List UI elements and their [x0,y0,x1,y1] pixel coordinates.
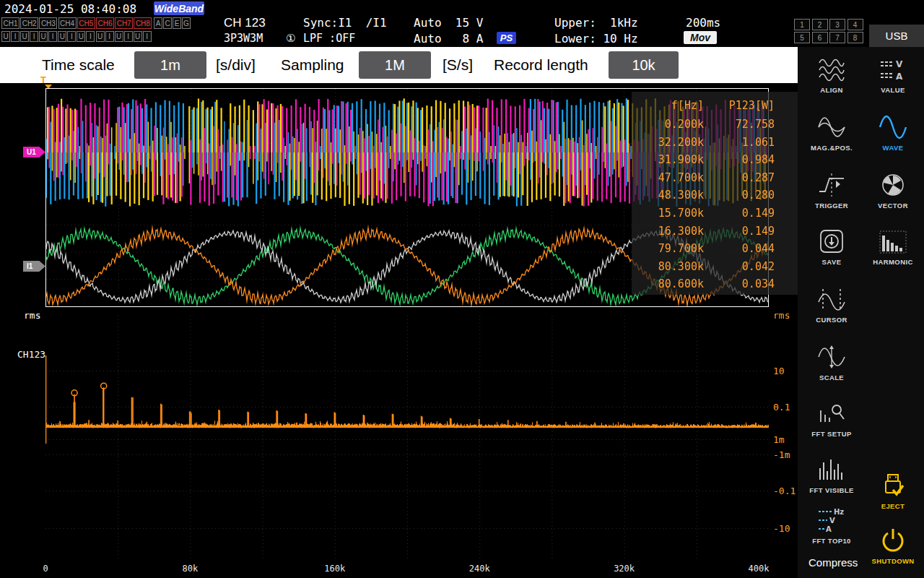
sidebar-item-fft-top10[interactable]: HzVAFFT TOP10 [798,506,865,545]
ui-box[interactable]: I [67,31,76,42]
top10-row-power: 0.042 [706,260,775,273]
ui-box[interactable]: U [39,31,48,42]
circled-one-icon: ① [286,32,295,45]
eject-icon [862,471,924,500]
sidebar-item-fft-visible[interactable]: FFT VISIBLE [798,455,865,494]
sidebar-item-label: MAG.&POS. [798,144,865,152]
y-axis-label: -0.1 [773,486,796,496]
sidebar-item-shutdown[interactable]: SHUTDOWN [862,526,924,565]
time-scale-unit: [s/div] [216,47,256,83]
sidebar-item-save[interactable]: SAVE [798,227,865,266]
top10-row-power: 0.044 [706,242,775,255]
sidebar-item-cursor[interactable]: CURSOR [798,285,865,324]
page-number-box-6[interactable]: 6 [812,32,828,43]
sidebar-item-label: SAVE [798,258,865,266]
page-number-box-8[interactable]: 8 [847,32,863,43]
sidebar-item-scale[interactable]: SCALE [798,342,865,381]
sampling-value-button[interactable]: 1M [359,51,431,79]
instrument-screen: 2024-01-25 08:40:08 WideBand CH1CH2CH3CH… [0,0,924,578]
sidebar-item-align[interactable]: ALIGN [798,55,865,94]
sidebar-item-label: FFT VISIBLE [798,486,865,494]
input-unit-box-a[interactable]: A [154,17,162,29]
compress-label: Compress [808,556,858,569]
sidebar-item-mag-pos-[interactable]: MAG.&POS. [798,113,865,152]
mag-pos-icon [798,113,865,142]
channel-box-ch4[interactable]: CH4 [58,17,77,29]
channel-box-ch1[interactable]: CH1 [1,17,19,29]
current-range: Auto 8 A [414,32,483,46]
page-number-box-5[interactable]: 5 [794,32,810,43]
ui-box[interactable]: I [11,31,19,42]
page-number-box-4[interactable]: 4 [847,19,863,30]
u1-channel-tag[interactable]: U1 [23,147,45,158]
sidebar-item-label: HARMONIC [862,258,924,266]
sidebar-item-label: WAVE [862,144,924,152]
x-axis-tick: 160k [324,564,345,574]
sidebar-item-harmonic[interactable]: HARMONIC [862,227,924,266]
sidebar-item-eject[interactable]: EJECT [862,471,924,510]
ui-box[interactable]: I [124,31,133,42]
sidebar-item-wave[interactable]: WAVE [862,113,924,152]
ui-box[interactable]: I [86,31,95,42]
y-axis-label: -1m [773,449,790,460]
trigger-marker[interactable]: T [40,74,46,85]
top10-header-freq: f[Hz] [635,99,704,112]
ui-box[interactable]: I [105,31,114,42]
page-number-box-3[interactable]: 3 [829,19,845,30]
value-icon: VA [862,55,924,84]
i1-channel-tag[interactable]: I1 [23,261,45,272]
sidebar-item-label: SHUTDOWN [862,557,924,565]
ui-box[interactable]: U [58,31,66,42]
sidebar-item-value[interactable]: VAVALUE [862,55,924,94]
voltage-range: Auto 15 V [414,16,483,30]
page-number-box-1[interactable]: 1 [794,19,810,30]
channel-box-ch8[interactable]: CH8 [134,17,152,29]
top10-row-freq: 47.700k [635,171,704,184]
x-axis-tick: 320k [614,564,635,574]
ui-box[interactable]: U [20,31,29,42]
ui-box[interactable]: U [134,31,142,42]
sidebar-item-trigger[interactable]: TRIGGER [798,171,865,210]
page-number-box-2[interactable]: 2 [812,19,828,30]
ui-box[interactable]: I [48,31,57,42]
ui-box[interactable]: U [115,31,123,42]
time-scale-value-button[interactable]: 1m [134,51,206,79]
y-axis-label: 10 [773,366,785,376]
time-scale-label: Time scale [42,47,115,83]
fft-top10-overlay: f[Hz] P123[W] 0.200k72.75832.200k1.06131… [632,92,798,295]
ui-box[interactable]: U [1,31,10,42]
x-axis-tick: 80k [183,564,199,574]
align-icon [798,55,865,84]
sidebar-item-vector[interactable]: VECTOR [862,171,924,210]
input-unit-box-g[interactable]: G [182,17,191,29]
svg-text:A: A [826,525,832,533]
top10-row-freq: 15.700k [635,207,704,220]
ui-box[interactable]: I [30,31,38,42]
ui-box[interactable]: U [96,31,105,42]
trigger-icon [798,171,865,199]
ps-badge: PS [497,32,516,44]
channel-box-ch3[interactable]: CH3 [39,17,57,29]
svg-text:A: A [896,72,903,82]
toolbar: Time scale 1m [s/div] Sampling 1M [S/s] … [0,47,798,83]
channel-box-ch2[interactable]: CH2 [20,17,38,29]
svg-text:V: V [896,59,903,69]
fft-channel-label: CH123 [17,349,45,360]
top10-row-power: 0.149 [706,225,775,238]
top10-row-freq: 32.200k [635,136,704,149]
channel-box-ch5[interactable]: CH5 [77,17,95,29]
sidebar-item-fft-setup[interactable]: FFT SETUP [798,399,865,438]
channel-box-ch7[interactable]: CH7 [115,17,133,29]
sync-source: Sync:I1 /I1 [303,16,387,30]
record-length-value-button[interactable]: 10k [609,51,679,79]
page-number-box-7[interactable]: 7 [829,32,845,43]
top10-row-freq: 48.300k [635,189,704,202]
input-unit-box-e[interactable]: E [173,17,181,29]
sidebar-item-label: TRIGGER [798,202,865,210]
channel-box-ch6[interactable]: CH6 [96,17,114,29]
ui-box[interactable]: I [143,31,152,42]
input-unit-box-c[interactable]: C [163,17,172,29]
ui-box[interactable]: U [77,31,85,42]
sidebar-item-label: EJECT [862,502,924,510]
sidebar-item-label: FFT SETUP [798,430,865,438]
